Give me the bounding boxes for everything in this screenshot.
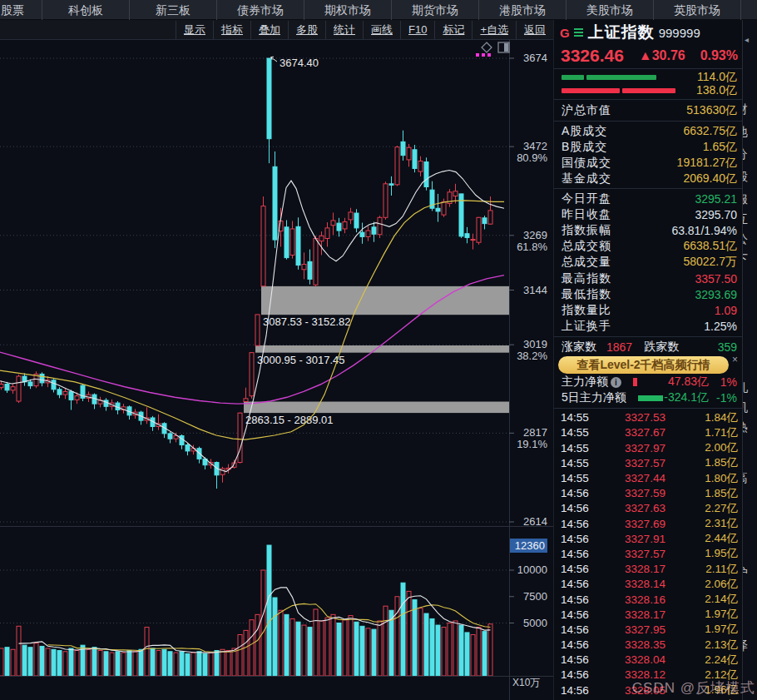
tick-amount: 2.11亿 xyxy=(690,562,738,577)
nav-tab-7[interactable]: 港股市场 xyxy=(479,0,567,20)
tick-time: 14:56 xyxy=(561,593,601,606)
index-code: 999999 xyxy=(659,26,700,40)
candle-body xyxy=(424,162,428,187)
level2-banner-button[interactable]: 查看Level-2千档高频行情 xyxy=(558,356,729,374)
toolbar-button-6[interactable]: 画线 xyxy=(363,21,400,39)
toolbar-button-10[interactable]: 返回 xyxy=(516,21,553,39)
candle-body xyxy=(168,434,172,439)
tick-price: 3327.44 xyxy=(601,472,690,484)
nav-tab-1[interactable]: 股票 xyxy=(0,0,42,20)
candle-body xyxy=(407,147,411,160)
ma-line-white xyxy=(0,171,504,472)
tick-amount: 2.31亿 xyxy=(690,516,738,531)
toolbar-button-2[interactable]: 指标 xyxy=(213,21,250,39)
volume-bar xyxy=(17,626,21,676)
candle-body xyxy=(401,141,405,155)
info-icon[interactable]: i xyxy=(611,377,621,388)
advancers-decliners-row: 涨家数 1867 跌家数 359 xyxy=(554,339,742,355)
divider xyxy=(554,99,742,100)
price-change-pct: 0.93% xyxy=(700,48,738,63)
diamond-marker-icon[interactable] xyxy=(482,42,492,52)
stat-row-label: 最低指数 xyxy=(562,287,611,302)
stat-row-label: A股成交 xyxy=(562,124,607,139)
volume-bar xyxy=(5,648,9,676)
volume-axis-label: 10000 xyxy=(517,563,547,576)
stat-row-value: 513630亿 xyxy=(686,103,737,118)
candle-body xyxy=(28,382,32,386)
nav-tab-8[interactable]: 美股市场 xyxy=(567,0,654,20)
stat-row-value: 3293.69 xyxy=(695,288,737,301)
toolbar-button-7[interactable]: F10 xyxy=(400,21,434,39)
peak-annotation-label: 3674.40 xyxy=(280,57,319,69)
buy-bar-2 xyxy=(586,75,656,80)
tick-price: 3328.05 xyxy=(601,684,690,697)
collapse-arrow-icon[interactable]: ◂ xyxy=(745,35,749,44)
tick-row: 14:553327.671.71亿 xyxy=(554,425,742,440)
volume-bar xyxy=(488,624,492,676)
volume-bar xyxy=(168,652,172,676)
tick-row: 14:563328.172.11亿 xyxy=(554,562,742,577)
candle-body xyxy=(343,222,347,229)
volume-bar xyxy=(453,621,458,676)
tick-time: 14:56 xyxy=(561,502,601,514)
toolbar-button-9[interactable]: +自选 xyxy=(472,21,516,39)
sell-volume-value: 138.0亿 xyxy=(696,83,737,98)
panel-strip-char: 分 xyxy=(742,147,748,162)
volume-bar xyxy=(436,625,440,676)
volume-bar xyxy=(302,625,306,676)
toolbar-button-3[interactable]: 叠加 xyxy=(250,21,288,39)
decliners-count: 359 xyxy=(718,340,737,354)
flow-label: 主力净额 xyxy=(562,375,608,390)
advancers-label: 涨家数 xyxy=(562,340,596,355)
tick-price: 3328.17 xyxy=(601,563,690,575)
tick-amount: 1.71亿 xyxy=(690,425,738,440)
nav-tab-4[interactable]: 债券市场 xyxy=(217,0,304,20)
volume-bar xyxy=(465,633,469,676)
tick-time: 14:56 xyxy=(561,578,601,590)
nav-tab-2[interactable]: 科创板 xyxy=(42,0,130,20)
volume-bar xyxy=(22,645,27,676)
toolbar-button-8[interactable]: 标记 xyxy=(434,21,472,39)
menu-icon[interactable] xyxy=(574,27,583,38)
advancers-count: 1867 xyxy=(606,340,632,354)
nav-tab-3[interactable]: 新三板 xyxy=(130,0,217,20)
tick-time: 14:56 xyxy=(561,653,601,666)
stat-row-label: 最高指数 xyxy=(562,271,611,286)
volume-bar xyxy=(75,651,79,676)
volume-bar xyxy=(52,649,56,676)
tick-price: 3327.95 xyxy=(601,623,690,636)
candle-body xyxy=(273,166,277,240)
tick-price: 3327.69 xyxy=(601,518,690,530)
volume-bar xyxy=(331,614,335,676)
panel-strip-char: 下 xyxy=(742,252,748,267)
tick-amount: 1.95亿 xyxy=(690,546,738,561)
nav-tab-6[interactable]: 期货市场 xyxy=(392,0,479,20)
toolbar-button-4[interactable]: 多股 xyxy=(288,21,325,39)
decliners-label: 跌家数 xyxy=(644,340,679,355)
volume-bar xyxy=(92,648,96,676)
kline-chart[interactable]: 3087.53 - 3152.823000.95 - 3017.452863.1… xyxy=(0,40,553,700)
tick-price: 3327.97 xyxy=(601,442,690,454)
tick-price: 3328.14 xyxy=(601,578,690,590)
divider xyxy=(554,68,742,69)
nav-tab-5[interactable]: 期权市场 xyxy=(304,0,392,20)
volume-bar xyxy=(250,620,254,676)
candle-body xyxy=(290,229,294,256)
tick-time: 14:55 xyxy=(561,411,601,424)
tick-row: 14:563327.632.27亿 xyxy=(554,501,742,516)
volume-bar xyxy=(215,651,219,676)
stat-row-label: 指数振幅 xyxy=(562,223,611,238)
volume-bar xyxy=(477,628,481,676)
volume-bar xyxy=(11,649,15,676)
toolbar-button-5[interactable]: 统计 xyxy=(325,21,363,39)
stat-row-value: 3357.50 xyxy=(695,272,737,285)
stat-row: 沪总市值513630亿 xyxy=(554,102,742,119)
candle-body xyxy=(349,212,353,220)
nav-tab-9[interactable]: 英股市场 xyxy=(654,0,741,20)
toolbar-button-1[interactable]: 显示 xyxy=(176,21,213,39)
close-icon[interactable]: × xyxy=(732,354,738,365)
price-axis-label: 2817 xyxy=(523,426,547,439)
divider xyxy=(554,408,742,409)
candle-body xyxy=(488,211,492,224)
volume-bar xyxy=(267,545,271,676)
